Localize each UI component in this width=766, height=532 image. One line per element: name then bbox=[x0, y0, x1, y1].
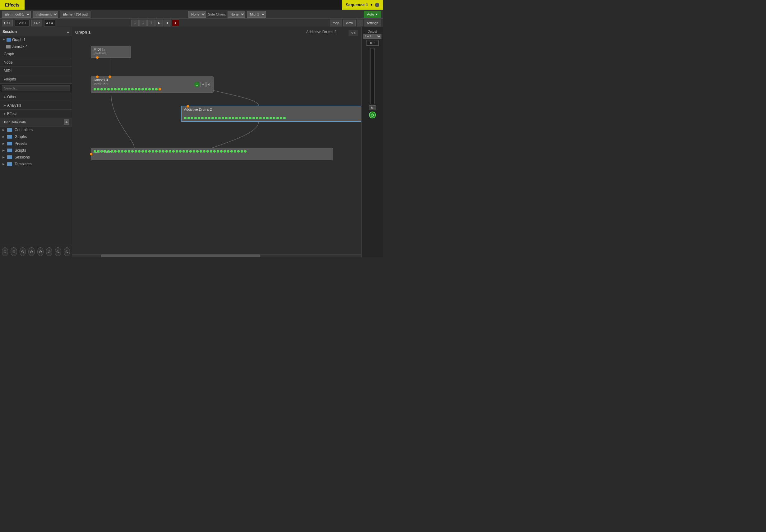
nav-plugins[interactable]: Plugins bbox=[0, 75, 72, 84]
folder-icon-presets bbox=[7, 142, 12, 145]
folder-icon-controllers bbox=[7, 128, 12, 132]
nav-section: Graph Node MIDI Plugins bbox=[0, 50, 72, 84]
nav-midi[interactable]: MIDI bbox=[0, 67, 72, 75]
jamstix-node-sublabel: JAMSTIX 4 bbox=[94, 82, 108, 85]
connection-lines bbox=[72, 27, 361, 257]
expand-arrow-icon3: ▶ bbox=[4, 112, 6, 115]
sidechain-select[interactable]: None bbox=[227, 11, 245, 18]
folder-arrow-icon2: ▶ bbox=[2, 135, 5, 138]
main-layout: Session ≡ ▼ Graph 1 Jamstix 4 Graph Node… bbox=[0, 27, 383, 257]
tap-button[interactable]: TAP bbox=[31, 20, 42, 26]
view-button[interactable]: view bbox=[343, 20, 355, 26]
folder-arrow-icon4: ▶ bbox=[2, 149, 5, 152]
node-jamstix[interactable]: Jamstix 4 JAMSTIX 4 bbox=[91, 76, 213, 93]
bottom-icon-1[interactable]: ⊙ bbox=[2, 247, 8, 256]
counter2-display: 1 bbox=[139, 20, 147, 26]
node-addictive[interactable]: Addictive Drums 2 bbox=[181, 106, 361, 122]
ext-button[interactable]: EXT bbox=[2, 20, 13, 26]
expand-arrow-icon2: ▶ bbox=[4, 104, 6, 107]
session-icon bbox=[6, 45, 11, 48]
app-title: Effects bbox=[0, 0, 25, 10]
section-analysis[interactable]: ▶ Analysis bbox=[0, 101, 72, 110]
folder-icon-sessions bbox=[7, 155, 12, 159]
nav-node[interactable]: Node bbox=[0, 58, 72, 67]
none-select[interactable]: None bbox=[188, 11, 206, 18]
jamstix-orange-out bbox=[158, 88, 161, 90]
power-button[interactable]: ⏻ bbox=[369, 112, 376, 118]
element-select[interactable]: Elem...out]-1 bbox=[2, 11, 31, 18]
folder-icon-graphs bbox=[7, 135, 12, 139]
folder-scripts[interactable]: ▶ Scripts bbox=[0, 147, 72, 154]
graph1-label: Graph 1 bbox=[12, 38, 25, 42]
jamstix-label: Jamstix 4 bbox=[12, 44, 28, 49]
jamstix-midi-dot bbox=[108, 76, 111, 78]
output-select[interactable]: 1 – 2 bbox=[363, 34, 381, 39]
node-midi-in[interactable]: MIDI In (no device) bbox=[91, 46, 131, 58]
folder-templates[interactable]: ▶ Templates bbox=[0, 161, 72, 167]
nav-graph[interactable]: Graph bbox=[0, 50, 72, 58]
sequence-arrow-icon: ▼ bbox=[370, 3, 373, 7]
time-signature: 4 / 4 bbox=[44, 20, 55, 26]
jamstix-settings-btn[interactable]: ⚙ bbox=[206, 82, 212, 87]
add-user-data-button[interactable]: + bbox=[64, 119, 69, 125]
right-panel: Output 1 – 2 0.0 0 – 6 – 10 – 20 – 30 – … bbox=[361, 27, 383, 257]
horizontal-scrollbar[interactable] bbox=[72, 254, 361, 257]
bottom-icon-2[interactable]: ⊙ bbox=[11, 247, 17, 256]
jamstix-controls: ⏻ M ⚙ bbox=[194, 82, 212, 87]
record-button[interactable]: ● bbox=[172, 20, 179, 26]
bottom-icon-8[interactable]: ⊙ bbox=[64, 247, 70, 256]
bottom-icon-7[interactable]: ⊙ bbox=[55, 247, 61, 256]
sidebar: Session ≡ ▼ Graph 1 Jamstix 4 Graph Node… bbox=[0, 27, 72, 257]
bpm-display: 120.00 bbox=[15, 20, 30, 26]
search-input[interactable] bbox=[2, 85, 70, 91]
auto-arrow-icon: ▼ bbox=[375, 13, 378, 16]
midi-select[interactable]: Midi 1 bbox=[247, 11, 266, 18]
tree-jamstix[interactable]: Jamstix 4 bbox=[0, 43, 72, 50]
jamstix-dots-row bbox=[94, 88, 197, 90]
element-label: Element [34 out] bbox=[60, 11, 90, 18]
sequence-circle-icon bbox=[375, 3, 379, 7]
folder-controllers[interactable]: ▶ Controllers bbox=[0, 126, 72, 133]
bottom-icon-6[interactable]: ⊙ bbox=[46, 247, 52, 256]
section-other[interactable]: ▶ Other bbox=[0, 93, 72, 101]
sidechain-label: Side Chain: bbox=[208, 12, 226, 16]
toolbar-row1: Elem...out]-1 Instrument Element [34 out… bbox=[0, 10, 383, 19]
bottom-icon-3[interactable]: ⊙ bbox=[20, 247, 26, 256]
folder-arrow-icon3: ▶ bbox=[2, 142, 5, 145]
mute-button[interactable]: M bbox=[369, 105, 376, 110]
folder-presets[interactable]: ▶ Presets bbox=[0, 140, 72, 147]
jamstix-in-dot bbox=[96, 76, 99, 78]
settings-button[interactable]: settings bbox=[364, 20, 381, 26]
back-button[interactable]: << bbox=[348, 30, 358, 36]
auto-button[interactable]: Auto ▼ bbox=[364, 11, 381, 18]
tree-graph1[interactable]: ▼ Graph 1 bbox=[0, 36, 72, 43]
node-audio-output[interactable]: Audio Output bbox=[91, 148, 333, 160]
stop-button[interactable]: ■ bbox=[163, 20, 171, 26]
meter-track bbox=[370, 48, 374, 104]
counter3-display: 1 bbox=[147, 20, 155, 26]
folder-sessions[interactable]: ▶ Sessions bbox=[0, 154, 72, 161]
sidebar-tree: ▶ Other ▶ Analysis ▶ Effect User Data Pa… bbox=[0, 93, 72, 246]
sidebar-menu-icon[interactable]: ≡ bbox=[67, 29, 69, 34]
folder-graphs[interactable]: ▶ Graphs bbox=[0, 133, 72, 140]
user-data-path-label: User Data Path bbox=[2, 120, 26, 124]
graph-title: Graph 1 bbox=[75, 30, 90, 34]
section-effect[interactable]: ▶ Effect bbox=[0, 110, 72, 118]
map-button[interactable]: map bbox=[330, 20, 342, 26]
scrollbar-thumb[interactable] bbox=[101, 255, 260, 257]
jamstix-power-btn[interactable]: ⏻ bbox=[194, 82, 199, 87]
addictive-node-label: Addictive Drums 2 bbox=[184, 108, 212, 111]
jamstix-mute-btn[interactable]: M bbox=[200, 82, 206, 87]
bottom-icon-5[interactable]: ⊙ bbox=[37, 247, 44, 256]
graph-icon bbox=[7, 38, 11, 42]
transport-controls: 1 1 1 ▶ ■ ● bbox=[131, 20, 179, 26]
folder-icon-templates bbox=[7, 162, 12, 166]
minus-button[interactable]: − bbox=[357, 20, 362, 26]
sequence-button[interactable]: Sequence 1 ▼ bbox=[342, 0, 383, 10]
bottom-icon-4[interactable]: ⊙ bbox=[28, 247, 34, 256]
play-button[interactable]: ▶ bbox=[155, 20, 163, 26]
counter1-display: 1 bbox=[131, 20, 139, 26]
midi-in-label: MIDI In bbox=[94, 48, 104, 51]
sidebar-title: Session bbox=[2, 30, 17, 34]
type-select[interactable]: Instrument bbox=[33, 11, 58, 18]
